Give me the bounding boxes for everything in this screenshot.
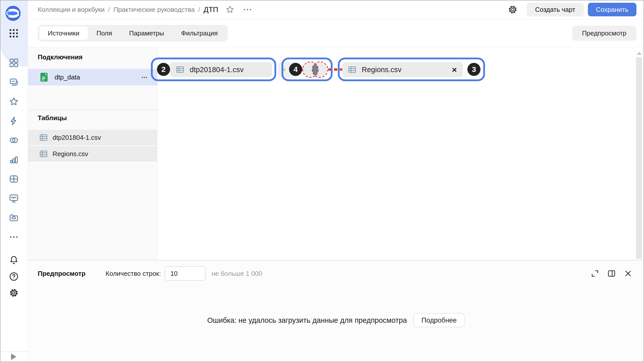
tab-fields[interactable]: Поля xyxy=(88,26,121,40)
header: Коллекции и воркбуки / Практические руко… xyxy=(28,0,644,19)
table-list-item-regions[interactable]: Regions.csv xyxy=(28,146,157,162)
preview-controls: Предпросмотр Количество строк: не больше… xyxy=(28,260,644,287)
tables-section-title: Таблицы xyxy=(38,114,67,122)
dataset-editor-window: Коллекции и воркбуки / Практические руко… xyxy=(0,0,644,362)
preview-toggle-button[interactable]: Предпросмотр xyxy=(572,26,636,41)
connections-section-title: Подключения xyxy=(38,53,83,61)
more-ellipsis-icon[interactable] xyxy=(8,231,20,243)
step-badge-2: 2 xyxy=(157,63,170,76)
settings-gear-icon[interactable] xyxy=(8,287,20,299)
breadcrumb-collections[interactable]: Коллекции и воркбуки xyxy=(38,6,105,14)
connection-name: dtp_data xyxy=(55,73,80,81)
table-name: dtp201804-1.csv xyxy=(53,134,101,142)
connections-bolt-icon[interactable] xyxy=(8,115,20,127)
join-remove-icon[interactable]: × xyxy=(281,66,286,74)
row-count-label: Количество строк: xyxy=(106,270,161,278)
notifications-bell-icon[interactable] xyxy=(8,254,20,266)
table-widget-icon[interactable] xyxy=(8,173,20,185)
scrollbar-up-arrow[interactable] xyxy=(637,52,642,55)
tab-sources[interactable]: Источники xyxy=(39,26,88,40)
spreadsheet-connection-icon xyxy=(39,72,49,82)
preview-panel: Предпросмотр Количество строк: не больше… xyxy=(28,260,644,362)
connection-item-dtp-data[interactable]: dtp_data ••• xyxy=(28,69,157,85)
favorites-star-icon[interactable] xyxy=(8,96,20,108)
breadcrumb-separator: / xyxy=(198,6,200,14)
preview-title: Предпросмотр xyxy=(38,270,86,278)
split-view-icon[interactable] xyxy=(607,269,616,278)
close-preview-icon[interactable] xyxy=(623,269,633,278)
breadcrumb-guides[interactable]: Практические руководства xyxy=(113,6,195,14)
charts-bars-icon[interactable] xyxy=(8,154,20,166)
collections-icon[interactable] xyxy=(8,76,20,88)
row-count-input[interactable] xyxy=(165,266,206,281)
expand-play-icon[interactable] xyxy=(11,353,16,360)
left-rail xyxy=(0,0,28,362)
favorite-star-icon[interactable] xyxy=(225,5,235,14)
datasets-venn-icon[interactable] xyxy=(8,134,20,146)
error-details-button[interactable]: Подробнее xyxy=(413,313,465,327)
source-chip-dtp[interactable]: dtp201804-1.csv xyxy=(170,62,272,77)
table-icon xyxy=(176,65,185,74)
table-list-item-dtp[interactable]: dtp201804-1.csv xyxy=(28,130,157,145)
datalens-logo-icon[interactable] xyxy=(5,6,21,21)
save-button[interactable]: Сохранить xyxy=(588,3,636,16)
step-badge-3: 3 xyxy=(467,63,480,76)
panel-divider xyxy=(28,110,157,110)
tab-filtering[interactable]: Фильтрация xyxy=(173,26,226,40)
table-icon xyxy=(348,65,357,74)
preview-error-row: Ошибка: не удалось загрузить данные для … xyxy=(28,313,644,327)
create-chart-button[interactable]: Создать чарт xyxy=(527,3,584,16)
dataset-settings-gear-icon[interactable] xyxy=(507,4,518,15)
tab-bar: Источники Поля Параметры Фильтрация Пред… xyxy=(28,19,644,47)
step-badge-4: 4 xyxy=(289,63,302,76)
table-name: Regions.csv xyxy=(53,150,88,158)
expand-preview-icon[interactable] xyxy=(590,269,600,278)
sources-panel: Подключения dtp_data ••• Таблицы dtp2018… xyxy=(28,47,157,260)
source-chip-label: Regions.csv xyxy=(362,66,401,74)
monitoring-icon[interactable] xyxy=(8,192,20,204)
join-venn-icon[interactable] xyxy=(301,60,331,81)
source-chip-label: dtp201804-1.csv xyxy=(190,66,244,74)
tab-parameters[interactable]: Параметры xyxy=(120,26,173,40)
apps-grid-icon[interactable] xyxy=(10,29,18,38)
table-icon xyxy=(39,133,48,142)
row-count-hint: не больше 1 000 xyxy=(212,270,262,278)
cloud-folder-icon[interactable] xyxy=(8,212,20,224)
page-title: ДТП xyxy=(204,6,218,14)
preview-error-text: Ошибка: не удалось загрузить данные для … xyxy=(207,316,407,325)
more-menu-icon[interactable]: ••• xyxy=(243,7,253,13)
dataset-tabs: Источники Поля Параметры Фильтрация xyxy=(38,25,228,41)
rail-divider xyxy=(0,351,28,352)
table-icon xyxy=(39,149,48,158)
scrollbar-thumb[interactable] xyxy=(636,57,642,259)
connection-more-icon[interactable]: ••• xyxy=(142,75,148,79)
breadcrumb-separator: / xyxy=(108,6,110,14)
dashboards-grid-icon[interactable] xyxy=(8,57,20,69)
remove-source-icon[interactable]: × xyxy=(444,65,457,74)
help-question-icon[interactable] xyxy=(8,270,20,283)
source-chip-regions[interactable]: Regions.csv × xyxy=(342,62,463,77)
